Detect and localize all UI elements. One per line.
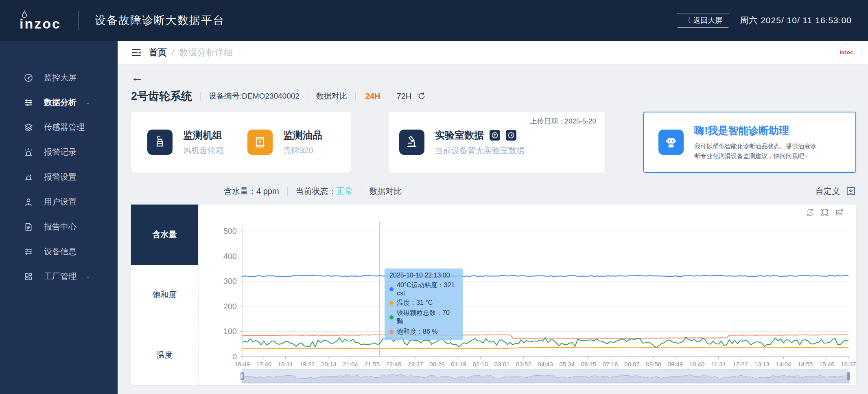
summary-cards: 监测机组 风机齿轮箱 监测油品 壳牌320 — [131, 112, 856, 173]
monitor-unit-title: 监测机组 — [183, 129, 224, 142]
svg-text:14:04: 14:04 — [776, 361, 791, 368]
monitor-card: 监测机组 风机齿轮箱 监测油品 壳牌320 — [131, 112, 351, 173]
collapse-menu-icon[interactable] — [131, 48, 142, 57]
chevron-down-icon: ⌄ — [85, 274, 90, 279]
avatar-logo-text: inzoc — [840, 50, 853, 55]
svg-text:07:16: 07:16 — [603, 361, 618, 368]
sliders-icon — [24, 98, 33, 108]
tab-temperature[interactable]: 温度 — [131, 325, 198, 385]
header-divider — [78, 11, 79, 30]
factory-grid-icon — [24, 272, 33, 282]
svg-text:13:13: 13:13 — [754, 361, 770, 368]
monitor-oil-title: 监测油品 — [283, 129, 322, 142]
upload-date-value: 2025-5-20 — [564, 117, 596, 125]
chevron-down-icon: ⌄ — [85, 100, 90, 105]
svg-text:06:25: 06:25 — [581, 361, 597, 368]
ai-assistant-desc-line2: 断专业化润滑设备监测建议，快问问我吧~ — [694, 151, 816, 161]
svg-text:01:19: 01:19 — [451, 361, 466, 368]
device-info-icon — [24, 247, 33, 257]
svg-text:09:49: 09:49 — [668, 361, 683, 368]
download-box-icon[interactable] — [846, 186, 856, 196]
svg-text:14:55: 14:55 — [798, 361, 813, 368]
save-image-icon[interactable] — [835, 208, 844, 217]
water-content-label: 含水量： — [224, 186, 256, 197]
sidebar-item-factory-management[interactable]: 工厂管理 ⌄ — [0, 264, 118, 289]
sidebar-item-monitor-screen[interactable]: 监控大屏 — [0, 65, 118, 90]
water-content-value: 4 ppm — [256, 187, 279, 196]
sidebar-item-sensor-management[interactable]: 传感器管理 — [0, 115, 118, 140]
svg-text:23:37: 23:37 — [408, 361, 423, 368]
datazoom-handle[interactable] — [847, 372, 850, 380]
avatar[interactable]: inzoc — [837, 43, 856, 62]
svg-text:03:52: 03:52 — [516, 361, 531, 368]
svg-text:00:28: 00:28 — [429, 361, 445, 368]
svg-text:500: 500 — [223, 227, 237, 236]
sidebar-item-user-settings[interactable]: 用户设置 — [0, 189, 118, 214]
svg-text:12:22: 12:22 — [732, 361, 748, 368]
chart-tab-column: 含水量 饱和度 温度 — [131, 205, 199, 385]
sidebar: 监控大屏 数据分析 ⌄ 传感器管理 报警记录 报警设置 用户设置 — [0, 41, 118, 394]
breadcrumb: 首页 / 数据分析详细 inzoc — [118, 41, 868, 64]
chart-toolbox — [806, 208, 844, 217]
custom-range-button[interactable]: 自定义 — [816, 186, 840, 197]
svg-text:10:40: 10:40 — [689, 361, 705, 368]
sidebar-item-device-info[interactable]: 设备信息 — [0, 239, 118, 264]
svg-text:16:37: 16:37 — [841, 361, 856, 368]
return-bigscreen-button[interactable]: 〈 返回大屏 — [677, 13, 729, 28]
history-icon[interactable] — [506, 130, 516, 141]
svg-text:21:04: 21:04 — [343, 361, 358, 368]
svg-text:05:34: 05:34 — [559, 361, 575, 368]
svg-text:15:46: 15:46 — [819, 361, 835, 368]
alarm-settings-icon — [24, 172, 33, 182]
logo-text: inzoc — [20, 17, 61, 31]
sidebar-item-alarm-settings[interactable]: 报警设置 — [0, 165, 118, 189]
svg-text:300: 300 — [223, 277, 237, 286]
ai-assistant-title: 嗨!我是智能诊断助理 — [694, 124, 816, 137]
ai-assistant-card[interactable]: 嗨!我是智能诊断助理 我可以帮你智能化诊断油品状态、提供油液诊 断专业化润滑设备… — [643, 112, 856, 173]
app-logo: inzoc — [21, 10, 61, 31]
breadcrumb-home[interactable]: 首页 — [149, 46, 167, 59]
sidebar-item-data-analysis[interactable]: 数据分析 ⌄ — [0, 90, 118, 115]
svg-text:08:58: 08:58 — [646, 361, 661, 368]
restore-icon[interactable] — [806, 208, 815, 217]
chart-plot-area: 010020030040050016:4917:4018:3119:2220:1… — [199, 205, 856, 385]
svg-text:0: 0 — [232, 352, 237, 361]
report-icon — [24, 222, 33, 232]
device-name: 2号齿轮系统 — [131, 89, 192, 103]
data-compare-link-2[interactable]: 数据对比 — [370, 186, 402, 197]
lab-data-title: 实验室数据 — [435, 129, 484, 142]
svg-text:100: 100 — [223, 327, 237, 336]
data-compare-link[interactable]: 数据对比 — [316, 91, 347, 101]
monitor-oil: 监测油品 壳牌320 — [247, 129, 322, 156]
microscope-icon — [399, 130, 424, 155]
tab-saturation[interactable]: 饱和度 — [131, 265, 198, 325]
range-24h-button[interactable]: 24H — [365, 92, 380, 101]
svg-text:11:31: 11:31 — [711, 361, 726, 368]
upload-icon[interactable] — [490, 130, 500, 141]
datazoom-handle[interactable] — [241, 372, 244, 380]
svg-text:19:22: 19:22 — [300, 361, 315, 368]
breadcrumb-current: 数据分析详细 — [179, 46, 233, 59]
sidebar-item-report-center[interactable]: 报告中心 — [0, 214, 118, 239]
line-chart[interactable]: 010020030040050016:4917:4018:3119:2220:1… — [199, 205, 856, 385]
lab-data-subtitle: 当前设备暂无实验室数据 — [435, 145, 525, 156]
ai-assistant-desc-line1: 我可以帮你智能化诊断油品状态、提供油液诊 — [694, 141, 816, 151]
oil-barrel-icon — [247, 130, 273, 155]
back-button[interactable]: ← — [131, 72, 147, 83]
sidebar-item-alarm-records[interactable]: 报警记录 — [0, 140, 118, 165]
breadcrumb-separator: / — [172, 47, 174, 58]
main-area: 首页 / 数据分析详细 inzoc ← 2号齿轮系统 设备编号: DEMO230… — [118, 41, 868, 394]
monitor-unit: 监测机组 风机齿轮箱 — [147, 129, 224, 156]
refresh-icon[interactable] — [417, 92, 426, 101]
box-zoom-icon[interactable] — [820, 208, 829, 217]
tab-water-content[interactable]: 含水量 — [131, 205, 198, 265]
range-72h-button[interactable]: 72H — [397, 92, 412, 101]
alarm-record-icon — [24, 147, 33, 157]
svg-text:18:31: 18:31 — [278, 361, 293, 368]
device-code: DEMO23040002 — [242, 92, 300, 101]
svg-text:02:10: 02:10 — [473, 361, 488, 368]
monitor-unit-subtitle: 风机齿轮箱 — [183, 145, 224, 156]
svg-text:20:13: 20:13 — [321, 361, 337, 368]
layers-icon — [24, 123, 33, 132]
svg-text:200: 200 — [223, 302, 237, 311]
